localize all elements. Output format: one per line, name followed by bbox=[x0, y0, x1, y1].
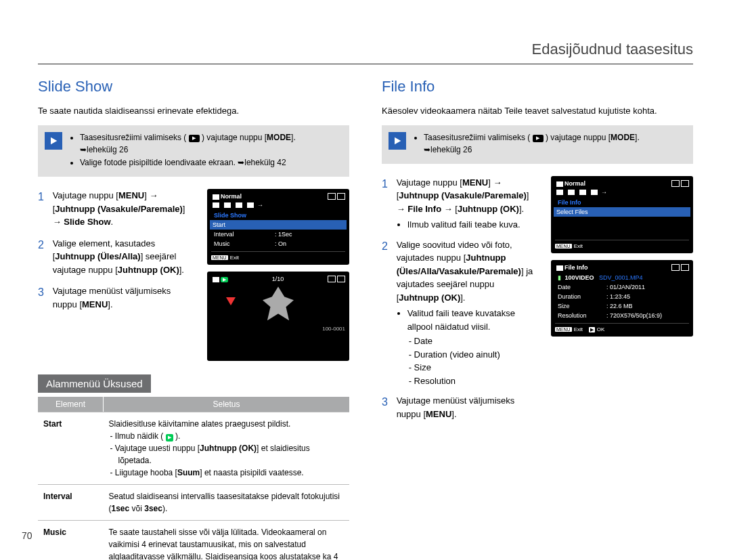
lcd-fileinfo-detail: File Info ▮ 100VIDEO SDV_0001.MP4 Date: … bbox=[551, 260, 693, 337]
mode-rect-icon: ▶ bbox=[189, 135, 200, 142]
page-header: Edasijõudnud taasesitus bbox=[38, 22, 693, 64]
lcd-menu-slideshow: Normal → Slide Show Start Interval: 1Sec… bbox=[207, 189, 349, 265]
tip-list: Taasesitusrežiimi valimiseks ( ▶ ) vajut… bbox=[69, 132, 296, 170]
slideshow-indicator-icon: ▶ bbox=[166, 434, 173, 441]
step-1: 1 Vajutage nuppu [MENU] → [Juhtnupp (Vas… bbox=[38, 189, 195, 229]
table-row: Interval Seatud slaidiseansi intervallis… bbox=[38, 485, 349, 521]
playback-mode-icon bbox=[45, 132, 62, 150]
map-marker-icon bbox=[226, 297, 236, 305]
submenu-table: ElementSeletus Start Slaidiesitluse käiv… bbox=[38, 397, 349, 560]
svg-marker-0 bbox=[51, 137, 57, 145]
lcd-playback-slideshow: ▶1/10 100-0001 bbox=[207, 272, 349, 361]
section-title-fileinfo: File Info bbox=[382, 78, 693, 95]
page-number: 70 bbox=[22, 530, 32, 541]
table-row: Music Te saate taustaheli sisse või välj… bbox=[38, 521, 349, 560]
intro-text: Te saate nautida slaidiseanssi erinevate… bbox=[38, 105, 349, 117]
mode-rect-icon: ▶ bbox=[533, 135, 544, 142]
submenu-heading: Alammenüü Üksused bbox=[38, 374, 151, 393]
section-title-slideshow: Slide Show bbox=[38, 78, 349, 95]
intro-text: Käesolev videokaamera näitab Teile teave… bbox=[382, 105, 693, 117]
playback-mode-icon bbox=[389, 132, 406, 150]
right-column: File Info Käesolev videokaamera näitab T… bbox=[382, 78, 693, 560]
step-3: 3 Vajutage menüüst väljumiseks nuppu [ME… bbox=[382, 394, 539, 421]
svg-marker-1 bbox=[395, 137, 401, 145]
tip-box: Taasesitusrežiimi valimiseks ( ▶ ) vajut… bbox=[38, 125, 349, 177]
step-1: 1 Vajutage nuppu [MENU] → [Juhtnupp (Vas… bbox=[382, 176, 539, 232]
tip-box: Taasesitusrežiimi valimiseks ( ▶ ) vajut… bbox=[382, 125, 693, 164]
step-2: 2 Valige element, kasutades [Juhtnupp (Ü… bbox=[38, 237, 195, 277]
step-3: 3 Vajutage menüüst väljumiseks nuppu [ME… bbox=[38, 284, 195, 311]
step-2: 2 Valige soovitud video või foto, vajuta… bbox=[382, 238, 539, 388]
left-column: Slide Show Te saate nautida slaidiseanss… bbox=[38, 78, 349, 560]
table-row: Start Slaidiesitluse käivitamine alates … bbox=[38, 412, 349, 485]
lcd-menu-fileinfo: Normal → File Info Select Files MENUExit bbox=[551, 176, 693, 253]
photo-silhouette bbox=[263, 286, 294, 320]
